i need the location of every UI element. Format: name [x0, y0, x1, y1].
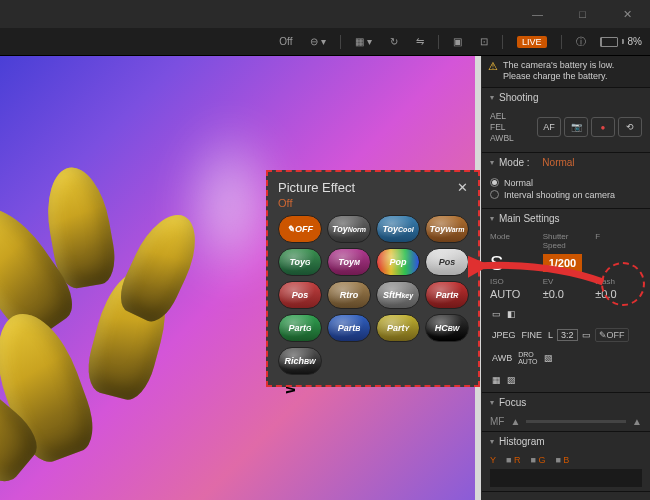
extra-setting-1[interactable]: ▦ [490, 374, 503, 386]
histo-y[interactable]: Y [490, 455, 496, 465]
focus-header[interactable]: ▾Focus [482, 393, 650, 412]
effect-part-y[interactable]: PartY [376, 314, 420, 342]
battery-warning: ⚠ The camera's battery is low. Please ch… [482, 56, 650, 88]
shutter-button[interactable]: 📷 [564, 117, 588, 137]
preview-subject [0, 126, 260, 486]
picture-effect-popup: Picture Effect ✕ Off ✎OFF ToyNorm ToyCoo… [266, 170, 480, 387]
battery-icon [600, 37, 618, 47]
grid-icon[interactable]: ▦ ▾ [351, 34, 376, 49]
window-controls: — □ ✕ [515, 0, 650, 28]
info-icon[interactable]: ⓘ [572, 33, 590, 51]
warning-text: The camera's battery is low. Please char… [503, 60, 644, 83]
popup-close-button[interactable]: ✕ [457, 180, 468, 195]
effect-hcbw[interactable]: HCBW [425, 314, 469, 342]
record-button[interactable]: ● [591, 117, 615, 137]
quality-chip[interactable]: FINE [520, 329, 545, 341]
focus-near-icon[interactable]: ▲ [510, 416, 520, 427]
mode-interval-radio[interactable]: Interval shooting on camera [490, 190, 642, 200]
main-settings-header[interactable]: ▾Main Settings [482, 209, 650, 228]
main-settings-section: ▾Main Settings Mode Shutter Speed F S 1/… [482, 209, 650, 393]
battery-percent: 8% [628, 36, 642, 47]
flip-icon[interactable]: ⇋ [412, 34, 428, 49]
aspect-chip[interactable]: 3:2 [557, 329, 578, 341]
shutter-speed[interactable]: 1/200 [543, 254, 583, 272]
lbl-f: F [595, 232, 642, 250]
close-button[interactable]: ✕ [605, 0, 650, 28]
effect-toy-norm[interactable]: ToyNorm [327, 215, 371, 243]
minimize-button[interactable]: — [515, 0, 560, 28]
chevron-down-icon: ▾ [490, 93, 494, 102]
drive-single-icon[interactable]: ▭ [490, 308, 503, 320]
mode-normal-radio[interactable]: Normal [490, 178, 642, 188]
effect-toy-g[interactable]: ToyG [278, 248, 322, 276]
effect-off-label[interactable]: Off [275, 34, 296, 49]
record-icon: ● [601, 123, 606, 132]
zoom-dropdown[interactable]: ⊖ ▾ [306, 34, 330, 49]
popup-status: Off [278, 197, 468, 209]
histo-g[interactable]: G [538, 455, 545, 465]
rotate-icon[interactable]: ↻ [386, 34, 402, 49]
effect-pos2[interactable]: Pos [278, 281, 322, 309]
mode-value-s[interactable]: S [490, 252, 503, 275]
loop-icon: ⟲ [626, 122, 634, 132]
flash-value[interactable]: ±0.0 [595, 288, 642, 300]
lbl-mode: Mode [490, 232, 537, 250]
histo-r[interactable]: R [514, 455, 521, 465]
lbl-iso: ISO [490, 277, 537, 286]
top-toolbar: Off ⊖ ▾ ▦ ▾ ↻ ⇋ ▣ ⊡ LIVE ⓘ 8% [0, 28, 650, 56]
histo-b[interactable]: B [563, 455, 569, 465]
chevron-down-icon: ▾ [490, 437, 494, 446]
creative-style-icon[interactable]: ▧ [542, 352, 555, 364]
effect-part-b[interactable]: PartB [327, 314, 371, 342]
focus-slider[interactable] [526, 420, 626, 423]
camera-icon: 📷 [571, 122, 582, 132]
battery-indicator: 8% [600, 36, 642, 47]
lbl-shutter: Shutter Speed [543, 232, 590, 250]
dro-chip[interactable]: DROAUTO [516, 350, 539, 366]
aperture-value[interactable] [595, 252, 642, 275]
extra-setting-2[interactable]: ▨ [505, 374, 518, 386]
lock-labels: AEL FEL AWBL [490, 111, 514, 144]
chevron-down-icon: ▾ [490, 214, 494, 223]
control-panel: ⚠ The camera's battery is low. Please ch… [482, 56, 650, 500]
mode-header[interactable]: ▾Mode : Normal [482, 153, 650, 172]
live-view-badge[interactable]: LIVE [513, 34, 551, 50]
awb-chip[interactable]: AWB [490, 352, 514, 364]
focus-far-icon[interactable]: ▲ [632, 416, 642, 427]
picture-effect-button[interactable]: ✎OFF [595, 328, 629, 342]
effect-pop[interactable]: Pop [376, 248, 420, 276]
af-button[interactable]: AF [537, 117, 561, 137]
chevron-down-icon: ▾ [490, 398, 494, 407]
effect-rtro[interactable]: Rtro [327, 281, 371, 309]
histogram-tabs[interactable]: Y ■ R ■ G ■ B [490, 455, 642, 465]
histogram-header[interactable]: ▾Histogram [482, 432, 650, 451]
effect-part-r[interactable]: PartR [425, 281, 469, 309]
maximize-button[interactable]: □ [560, 0, 605, 28]
card-icon[interactable]: ▭ [580, 329, 593, 341]
iso-value[interactable]: AUTO [490, 288, 537, 300]
warning-icon: ⚠ [488, 60, 498, 83]
histogram-display [490, 469, 642, 487]
focus-section: ▾Focus MF ▲ ▲ [482, 393, 650, 432]
crop-icon[interactable]: ▣ [449, 34, 466, 49]
effect-pos[interactable]: Pos [425, 248, 469, 276]
focus-area-icon[interactable]: ⊡ [476, 34, 492, 49]
effect-richbw[interactable]: RichBW [278, 347, 322, 375]
jpeg-chip[interactable]: JPEG [490, 329, 518, 341]
effect-toy-m[interactable]: ToyM [327, 248, 371, 276]
effect-part-g[interactable]: PartG [278, 314, 322, 342]
effect-off[interactable]: ✎OFF [278, 215, 322, 243]
size-chip[interactable]: L [546, 329, 555, 341]
shooting-section: ▾Shooting AEL FEL AWBL AF 📷 ● ⟲ [482, 88, 650, 153]
shooting-header[interactable]: ▾Shooting [482, 88, 650, 107]
mf-label: MF [490, 416, 504, 427]
ev-value[interactable]: ±0.0 [543, 288, 590, 300]
mode-value: Normal [542, 157, 574, 168]
histogram-section: ▾Histogram Y ■ R ■ G ■ B [482, 432, 650, 492]
effect-toy-cool[interactable]: ToyCool [376, 215, 420, 243]
effect-sfthkey[interactable]: SftHkey [376, 281, 420, 309]
loop-button[interactable]: ⟲ [618, 117, 642, 137]
drive-timer-icon[interactable]: ◧ [505, 308, 518, 320]
lbl-flash: Flash [595, 277, 642, 286]
effect-toy-warm[interactable]: ToyWarm [425, 215, 469, 243]
